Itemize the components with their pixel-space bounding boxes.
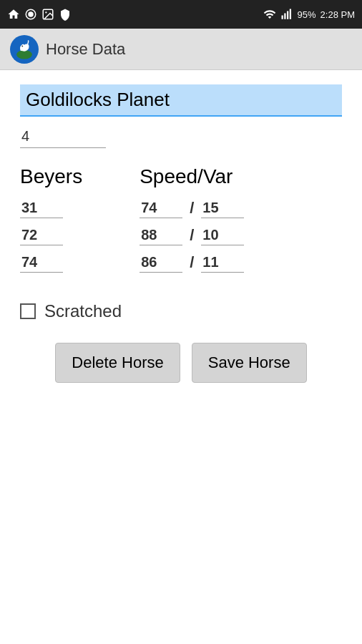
beyers-column: Beyers [20,165,82,280]
scratched-label: Scratched [44,301,122,321]
status-bar: 95% 2:28 PM [0,0,362,29]
speed-3-input[interactable] [140,253,182,273]
svg-point-1 [28,11,34,17]
beyer-2-input[interactable] [20,225,63,245]
beyer-1-input[interactable] [20,198,63,218]
svg-point-9 [16,49,32,59]
image-icon [41,8,54,21]
speed-var-row-2: / [140,225,244,245]
svg-rect-7 [289,9,290,19]
beyers-row-3 [20,253,82,273]
svg-rect-6 [287,11,288,19]
speed-1-input[interactable] [140,198,182,218]
stats-section: Beyers Speed/Var / / [20,165,342,280]
time-text: 2:28 PM [321,9,355,20]
svg-point-3 [45,11,47,13]
svg-point-10 [21,45,23,47]
slash-3: / [190,253,194,272]
svg-rect-5 [284,14,285,19]
horse-logo-icon [11,36,37,62]
beyer-3-input[interactable] [20,253,63,273]
signal-icon [280,8,293,21]
beyers-row-2 [20,225,82,245]
var-3-input[interactable] [201,253,244,273]
slash-2: / [190,226,194,245]
app-logo [10,35,39,64]
buttons-row: Delete Horse Save Horse [20,343,342,383]
svg-rect-4 [281,16,283,19]
save-horse-button[interactable]: Save Horse [192,343,307,383]
speed-var-column: Speed/Var / / / [140,165,244,280]
speed-var-title: Speed/Var [140,165,244,188]
scratched-row: Scratched [20,301,342,321]
delete-horse-button[interactable]: Delete Horse [55,343,180,383]
var-2-input[interactable] [201,225,244,245]
app-header: Horse Data [0,29,362,70]
status-bar-left [7,8,72,21]
speed-var-row-1: / [140,198,244,218]
speed-var-row-3: / [140,253,244,273]
app-title: Horse Data [46,40,125,59]
beyers-row-1 [20,198,82,218]
scratched-checkbox[interactable] [20,303,36,319]
horse-number-input[interactable] [20,125,106,148]
horse-name-input[interactable] [20,84,342,117]
battery-text: 95% [298,9,316,20]
wifi-icon [263,8,276,21]
status-bar-right: 95% 2:28 PM [263,8,355,21]
main-content: Beyers Speed/Var / / [0,70,362,397]
var-1-input[interactable] [201,198,244,218]
slash-1: / [190,199,194,218]
circle-icon [24,8,37,21]
home-icon [7,8,20,21]
shield-icon [59,8,72,21]
speed-2-input[interactable] [140,225,182,245]
beyers-title: Beyers [20,165,82,188]
